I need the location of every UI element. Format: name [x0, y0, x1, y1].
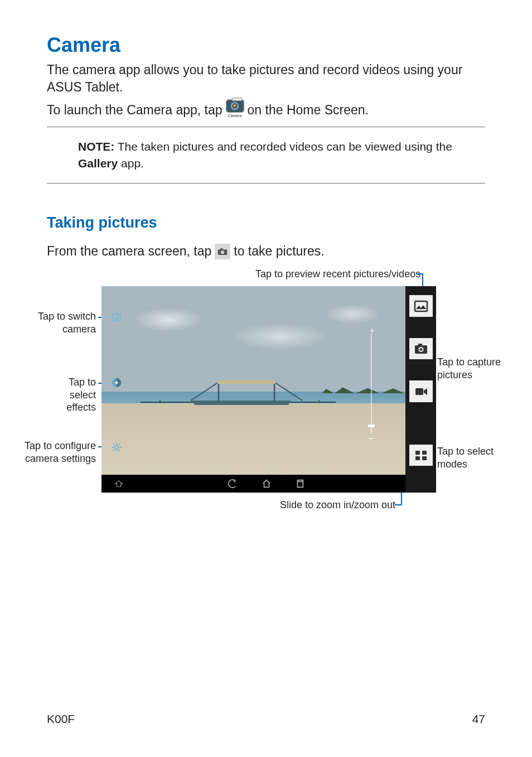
- asus-home-icon[interactable]: [114, 479, 124, 489]
- viewfinder: + −: [101, 286, 405, 475]
- modes-button[interactable]: [409, 445, 433, 466]
- svg-line-17: [113, 444, 114, 445]
- svg-rect-21: [415, 301, 427, 311]
- page-footer: K00F 47: [47, 712, 485, 726]
- video-record-button[interactable]: [409, 380, 433, 402]
- heading-taking-pictures: Taking pictures: [47, 214, 485, 232]
- callout-preview: Tap to preview recent pictures/videos: [255, 268, 420, 281]
- svg-point-11: [115, 382, 118, 384]
- callout-modes: Tap to select modes: [437, 445, 504, 470]
- footer-model: K00F: [47, 712, 75, 726]
- system-nav-bar: [101, 475, 405, 493]
- intro-text: The camera app allows you to take pictur…: [47, 61, 485, 96]
- svg-rect-26: [415, 388, 423, 395]
- zoom-handle[interactable]: [368, 425, 375, 427]
- svg-line-4: [191, 382, 219, 401]
- recent-apps-button[interactable]: [295, 479, 305, 489]
- svg-point-25: [419, 348, 422, 351]
- camera-screenshot: + −: [101, 286, 436, 493]
- launch-pre: To launch the Camera app, tap: [47, 102, 223, 119]
- camera-diagram: Tap to preview recent pictures/videos Ta…: [47, 268, 485, 513]
- capture-button[interactable]: [409, 338, 433, 360]
- take-pre: From the camera screen, tap: [47, 243, 211, 260]
- settings-gear-icon[interactable]: [108, 439, 125, 456]
- note-label: NOTE:: [78, 140, 114, 153]
- svg-rect-9: [113, 315, 121, 321]
- shutter-icon: [215, 244, 230, 259]
- note-box: NOTE: The taken pictures and recorded vi…: [47, 127, 485, 184]
- svg-line-19: [113, 450, 114, 451]
- svg-rect-8: [217, 380, 275, 384]
- svg-rect-31: [298, 482, 303, 488]
- launch-post: on the Home Screen.: [248, 102, 369, 119]
- svg-point-2: [221, 251, 224, 254]
- callout-effects: Tap to select effects: [40, 376, 96, 414]
- boat-illustration: [135, 370, 341, 409]
- note-gallery: Gallery: [78, 157, 118, 170]
- effects-icon[interactable]: [108, 374, 125, 391]
- take-post: to take pictures.: [234, 243, 324, 260]
- right-controls: [405, 286, 436, 475]
- callout-settings: Tap to configure camera settings: [22, 440, 96, 465]
- launch-line: To launch the Camera app, tap Camera on …: [47, 102, 485, 120]
- back-button[interactable]: [228, 479, 238, 489]
- heading-camera: Camera: [47, 33, 485, 57]
- zoom-minus-icon: −: [369, 433, 374, 443]
- svg-rect-28: [422, 451, 427, 455]
- svg-line-18: [119, 450, 120, 451]
- switch-camera-icon[interactable]: [108, 308, 125, 325]
- callout-zoom: Slide to zoom in/zoom out: [280, 499, 395, 512]
- home-button[interactable]: [262, 479, 272, 489]
- note-text: The taken pictures and recorded videos c…: [114, 140, 452, 153]
- svg-point-12: [115, 446, 118, 449]
- svg-rect-30: [422, 456, 427, 460]
- svg-line-20: [119, 444, 120, 445]
- camera-app-icon-label: Camera: [228, 113, 242, 118]
- svg-rect-1: [221, 248, 224, 250]
- callout-capture: Tap to capture pictures: [437, 356, 504, 381]
- svg-rect-27: [415, 451, 420, 455]
- note-tail: app.: [118, 157, 144, 170]
- camera-app-icon: Camera: [226, 99, 244, 118]
- svg-rect-23: [418, 344, 422, 346]
- svg-rect-29: [415, 456, 420, 460]
- svg-line-5: [274, 382, 302, 401]
- take-line: From the camera screen, tap to take pict…: [47, 243, 485, 260]
- footer-page-number: 47: [472, 712, 485, 726]
- zoom-slider[interactable]: [371, 334, 372, 434]
- callout-switch: Tap to switch camera: [33, 310, 96, 335]
- gallery-preview-button[interactable]: [409, 295, 433, 317]
